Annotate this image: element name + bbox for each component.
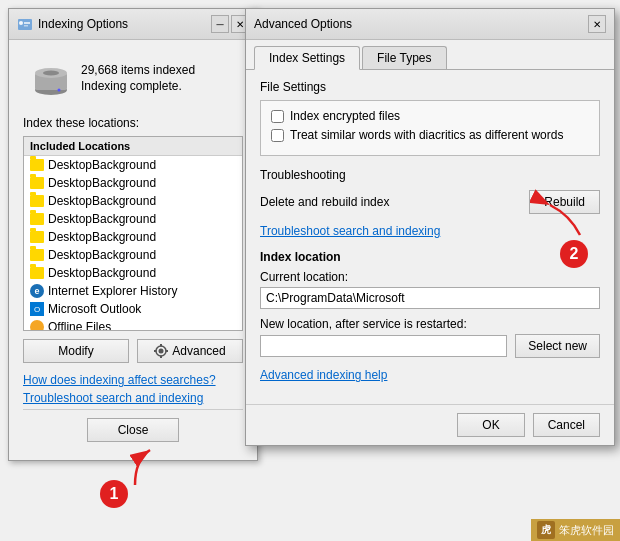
advanced-button[interactable]: Advanced	[137, 339, 243, 363]
checkbox-diacritics: Treat similar words with diacritics as d…	[271, 128, 589, 142]
folder-icon	[30, 177, 44, 189]
folder-icon	[30, 267, 44, 279]
watermark-text: 笨虎软件园	[559, 523, 614, 538]
indexing-titlebar: Indexing Options ─ ✕	[9, 9, 257, 40]
tab-bar: Index Settings File Types	[246, 40, 614, 70]
encrypted-label: Index encrypted files	[290, 109, 400, 123]
folder-icon	[30, 159, 44, 171]
svg-point-1	[19, 21, 23, 25]
current-location-label: Current location:	[260, 270, 600, 284]
indexing-buttons: Modify Advanced	[23, 339, 243, 363]
locations-label: Index these locations:	[23, 116, 243, 130]
svg-point-9	[159, 349, 164, 354]
list-item[interactable]: DesktopBackground	[24, 264, 242, 282]
svg-rect-11	[160, 344, 162, 347]
indexing-options-window: Indexing Options ─ ✕ 29,668 items indexe…	[8, 8, 258, 461]
advanced-footer: OK Cancel	[246, 404, 614, 445]
tab-index-settings[interactable]: Index Settings	[254, 46, 360, 70]
items-indexed: 29,668 items indexed	[81, 63, 195, 77]
modify-button[interactable]: Modify	[23, 339, 129, 363]
arrow-2	[530, 180, 590, 245]
svg-rect-13	[154, 350, 157, 352]
rebuild-label: Delete and rebuild index	[260, 195, 389, 209]
select-new-button[interactable]: Select new	[515, 334, 600, 358]
folder-icon	[30, 249, 44, 261]
new-location-input[interactable]	[260, 335, 507, 357]
index-location-title: Index location	[260, 250, 600, 264]
svg-point-8	[58, 89, 61, 92]
index-stats: 29,668 items indexed Indexing complete.	[23, 50, 243, 106]
locations-list[interactable]: Included Locations DesktopBackground Des…	[23, 136, 243, 331]
indexing-body: 29,668 items indexed Indexing complete. …	[9, 40, 257, 460]
list-header: Included Locations	[24, 137, 242, 156]
list-item[interactable]: Offline Files	[24, 318, 242, 331]
advanced-indexing-help-link[interactable]: Advanced indexing help	[260, 368, 600, 382]
advanced-title: Advanced Options	[254, 17, 352, 31]
outlook-icon: O	[30, 302, 44, 316]
watermark: 虎 笨虎软件园	[531, 519, 620, 541]
annotation-1: 1	[100, 480, 128, 508]
adv-window-controls: ✕	[588, 15, 606, 33]
folder-icon	[30, 213, 44, 225]
new-location-row: Select new	[260, 334, 600, 358]
svg-rect-3	[24, 25, 28, 27]
diacritics-label: Treat similar words with diacritics as d…	[290, 128, 563, 142]
list-item[interactable]: O Microsoft Outlook	[24, 300, 242, 318]
offline-icon	[30, 320, 44, 331]
advanced-titlebar: Advanced Options ✕	[246, 9, 614, 40]
indexing-title-icon	[17, 16, 33, 32]
checkbox-encrypted: Index encrypted files	[271, 109, 589, 123]
tab-file-types[interactable]: File Types	[362, 46, 446, 69]
window-controls: ─ ✕	[211, 15, 249, 33]
indexing-complete: Indexing complete.	[81, 79, 195, 93]
ok-button[interactable]: OK	[457, 413, 524, 437]
close-indexing-button[interactable]: Close	[87, 418, 180, 442]
svg-point-7	[43, 71, 59, 76]
file-settings-box: Index encrypted files Treat similar word…	[260, 100, 600, 156]
advanced-gear-icon	[154, 344, 168, 358]
encrypted-checkbox[interactable]	[271, 110, 284, 123]
list-item[interactable]: DesktopBackground	[24, 228, 242, 246]
file-settings-label: File Settings	[260, 80, 600, 94]
list-item[interactable]: e Internet Explorer History	[24, 282, 242, 300]
adv-close-button[interactable]: ✕	[588, 15, 606, 33]
current-location-input[interactable]	[260, 287, 600, 309]
troubleshoot-link-bottom[interactable]: Troubleshoot search and indexing	[23, 391, 243, 405]
list-item[interactable]: DesktopBackground	[24, 174, 242, 192]
indexing-links: How does indexing affect searches? Troub…	[23, 373, 243, 405]
index-text-block: 29,668 items indexed Indexing complete.	[81, 63, 195, 93]
list-item[interactable]: DesktopBackground	[24, 246, 242, 264]
svg-rect-2	[24, 22, 30, 24]
indexing-title: Indexing Options	[38, 17, 128, 31]
index-drive-icon	[31, 58, 71, 98]
folder-icon	[30, 231, 44, 243]
list-item[interactable]: DesktopBackground	[24, 156, 242, 174]
list-item[interactable]: DesktopBackground	[24, 210, 242, 228]
annotation-2: 2	[560, 240, 588, 268]
minimize-button[interactable]: ─	[211, 15, 229, 33]
list-item[interactable]: DesktopBackground	[24, 192, 242, 210]
titlebar-left: Indexing Options	[17, 16, 128, 32]
folder-icon	[30, 195, 44, 207]
diacritics-checkbox[interactable]	[271, 129, 284, 142]
svg-rect-14	[166, 350, 169, 352]
watermark-logo: 虎	[537, 521, 555, 539]
new-location-label: New location, after service is restarted…	[260, 317, 600, 331]
how-does-indexing-link[interactable]: How does indexing affect searches?	[23, 373, 243, 387]
index-location-section: Index location Current location: New loc…	[260, 250, 600, 358]
ie-icon: e	[30, 284, 44, 298]
svg-rect-12	[160, 356, 162, 359]
cancel-button[interactable]: Cancel	[533, 413, 600, 437]
